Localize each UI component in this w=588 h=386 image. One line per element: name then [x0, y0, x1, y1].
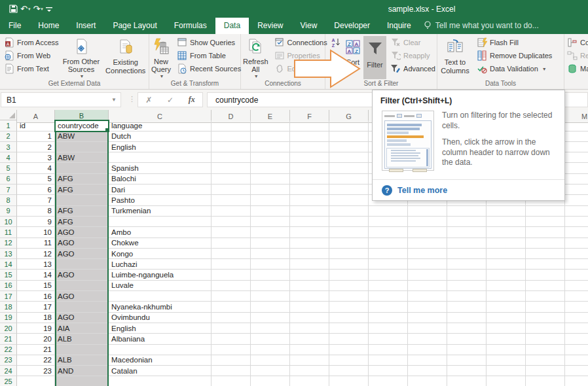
row-header-24[interactable]: 24	[0, 366, 17, 376]
cell-B21[interactable]: ALB	[55, 334, 109, 344]
tab-file[interactable]: File	[0, 18, 29, 34]
cell-K17[interactable]	[487, 291, 526, 302]
cell-M13[interactable]	[565, 249, 588, 259]
cell-G24[interactable]	[329, 366, 369, 376]
cell-D13[interactable]	[211, 249, 251, 259]
cell-E2[interactable]	[251, 132, 290, 142]
cell-A23[interactable]: 22	[17, 355, 55, 366]
cell-J17[interactable]	[447, 291, 487, 302]
from-text-button[interactable]: From Text	[4, 63, 59, 74]
cell-I9[interactable]	[408, 206, 447, 217]
cell-K25[interactable]	[487, 376, 526, 386]
cell-M10[interactable]	[565, 217, 588, 227]
cell-A10[interactable]: 9	[17, 217, 55, 227]
cell-A8[interactable]: 7	[17, 195, 55, 205]
cell-H21[interactable]	[369, 334, 408, 344]
row-header-5[interactable]: 5	[0, 163, 17, 173]
cell-D18[interactable]	[211, 302, 251, 312]
cell-D19[interactable]	[211, 313, 251, 323]
row-header-17[interactable]: 17	[0, 291, 17, 302]
cell-B6[interactable]: AFG	[55, 174, 109, 184]
cell-B15[interactable]: AGO	[55, 270, 109, 280]
cell-C18[interactable]: Nyaneka-nkhumbi	[109, 302, 211, 312]
cell-L19[interactable]	[526, 313, 565, 323]
cell-A11[interactable]: 10	[17, 227, 55, 237]
cell-L21[interactable]	[526, 334, 565, 344]
cell-J18[interactable]	[447, 302, 487, 312]
cell-F11[interactable]	[290, 227, 329, 237]
cancel-icon[interactable]: ✗	[145, 96, 152, 105]
cell-F19[interactable]	[290, 313, 329, 323]
cell-A4[interactable]: 3	[17, 152, 55, 163]
cell-I11[interactable]	[408, 227, 447, 237]
cell-D25[interactable]	[211, 376, 251, 386]
cell-H19[interactable]	[369, 313, 408, 323]
cell-M2[interactable]	[565, 132, 588, 142]
cell-D9[interactable]	[211, 206, 251, 217]
cell-H24[interactable]	[369, 366, 408, 376]
cell-J24[interactable]	[447, 366, 487, 376]
cell-G9[interactable]	[329, 206, 369, 217]
cell-L15[interactable]	[526, 270, 565, 280]
cell-F8[interactable]	[290, 195, 329, 205]
cell-D1[interactable]	[211, 120, 251, 131]
cell-H15[interactable]	[369, 270, 408, 280]
cell-H10[interactable]	[369, 217, 408, 227]
cell-B22[interactable]	[55, 345, 109, 355]
cell-G13[interactable]	[329, 249, 369, 259]
tab-data[interactable]: Data	[215, 18, 249, 34]
cell-F20[interactable]	[290, 323, 329, 334]
row-header-15[interactable]: 15	[0, 270, 17, 280]
cell-F23[interactable]	[290, 355, 329, 366]
cell-E25[interactable]	[251, 376, 290, 386]
cell-J20[interactable]	[447, 323, 487, 334]
data-validation-button[interactable]: Data Validation ▼	[477, 63, 552, 74]
cell-B14[interactable]	[55, 259, 109, 270]
recent-sources-button[interactable]: Recent Sources	[177, 63, 241, 74]
existing-connections-button[interactable]: Existing Connections	[102, 36, 149, 79]
cell-K20[interactable]	[487, 323, 526, 334]
cell-B16[interactable]	[55, 281, 109, 291]
cell-M23[interactable]	[565, 355, 588, 366]
cell-M25[interactable]	[565, 376, 588, 386]
cell-D6[interactable]	[211, 174, 251, 184]
cell-C4[interactable]	[109, 152, 211, 163]
cell-A25[interactable]	[17, 376, 55, 386]
cell-B2[interactable]: ABW	[55, 132, 109, 142]
cell-D4[interactable]	[211, 152, 251, 163]
cell-D11[interactable]	[211, 227, 251, 237]
cell-C7[interactable]: Dari	[109, 184, 211, 195]
tab-review[interactable]: Review	[249, 18, 291, 34]
cell-I23[interactable]	[408, 355, 447, 366]
cell-E20[interactable]	[251, 323, 290, 334]
cell-K16[interactable]	[487, 281, 526, 291]
cell-M6[interactable]	[565, 174, 588, 184]
cell-J22[interactable]	[447, 345, 487, 355]
cell-I17[interactable]	[408, 291, 447, 302]
cell-I16[interactable]	[408, 281, 447, 291]
cell-C1[interactable]: language	[109, 120, 211, 131]
cell-M22[interactable]	[565, 345, 588, 355]
cell-I18[interactable]	[408, 302, 447, 312]
cell-J21[interactable]	[447, 334, 487, 344]
cell-A2[interactable]: 1	[17, 132, 55, 142]
cell-C8[interactable]: Pashto	[109, 195, 211, 205]
cell-D7[interactable]	[211, 184, 251, 195]
cell-G5[interactable]	[329, 163, 369, 173]
cell-K14[interactable]	[487, 259, 526, 270]
cell-B17[interactable]: AGO	[55, 291, 109, 302]
row-header-2[interactable]: 2	[0, 132, 17, 142]
redo-button[interactable]: ↷▾	[33, 5, 43, 13]
cell-B4[interactable]: ABW	[55, 152, 109, 163]
cell-H18[interactable]	[369, 302, 408, 312]
cell-A12[interactable]: 11	[17, 238, 55, 249]
cell-I22[interactable]	[408, 345, 447, 355]
cell-I24[interactable]	[408, 366, 447, 376]
enter-icon[interactable]: ✓	[167, 96, 174, 105]
cell-K18[interactable]	[487, 302, 526, 312]
cell-C12[interactable]: Chokwe	[109, 238, 211, 249]
insert-function-icon[interactable]: fx	[189, 95, 195, 105]
cell-K15[interactable]	[487, 270, 526, 280]
cell-D8[interactable]	[211, 195, 251, 205]
cell-C14[interactable]: Luchazi	[109, 259, 211, 270]
